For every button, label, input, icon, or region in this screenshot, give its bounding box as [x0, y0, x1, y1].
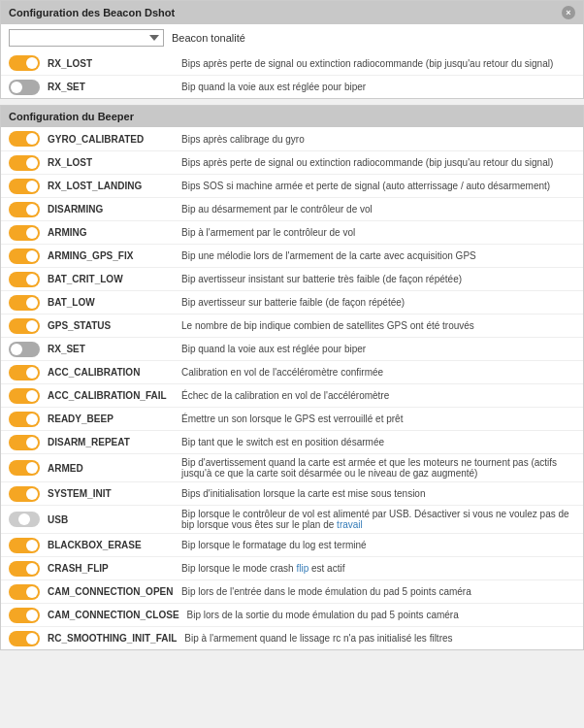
toggle-switch[interactable]	[9, 248, 40, 264]
config-row: ARMEDBip d'avertissement quand la carte …	[1, 453, 583, 481]
toggle-switch[interactable]	[9, 155, 40, 171]
row-desc: Bip avertisseur sur batterie faible (de …	[181, 297, 575, 308]
config-row: CAM_CONNECTION_CLOSEBip lors de la sorti…	[1, 603, 583, 626]
config-row: ACC_CALIBRATION_FAILÉchec de la calibrat…	[1, 383, 583, 407]
toggle-switch[interactable]	[9, 295, 40, 311]
config-row: RX_LOSTBips après perte de signal ou ext…	[1, 150, 583, 174]
config-row: RX_LOST_LANDINGBips SOS si machine armée…	[1, 174, 583, 197]
toggle-switch[interactable]	[9, 460, 40, 476]
row-desc: Bip lorsque le formatage du log est term…	[181, 540, 575, 550]
toggle-switch[interactable]	[9, 55, 40, 71]
toggle-switch[interactable]	[9, 561, 40, 577]
toggle-switch[interactable]	[9, 272, 40, 287]
config-row: USBBip lorsque le contrôleur de vol est …	[1, 505, 583, 533]
row-name: ARMING_GPS_FIX	[48, 250, 174, 261]
toggle-switch[interactable]	[9, 412, 40, 427]
toggle-switch[interactable]	[9, 342, 40, 357]
beacon-dshot-section: Configuration des Beacon Dshot × Beacon …	[0, 0, 584, 99]
config-row: RX_LOSTBips après perte de signal ou ext…	[1, 51, 583, 75]
toggle-switch[interactable]	[9, 131, 40, 147]
row-name: BAT_CRIT_LOW	[48, 274, 174, 284]
row-name: ARMING	[48, 227, 174, 238]
toggle-switch[interactable]	[9, 512, 40, 527]
row-desc: Bip lors de la sortie du mode émulation …	[187, 610, 575, 620]
row-desc: Bips après perte de signal ou extinction…	[181, 58, 575, 69]
config-row: RX_SETBip quand la voie aux est réglée p…	[1, 337, 583, 360]
row-name: BAT_LOW	[48, 297, 174, 308]
row-desc: Émettre un son lorsque le GPS est verrou…	[181, 414, 575, 424]
toggle-switch[interactable]	[9, 631, 40, 646]
toggle-switch[interactable]	[9, 608, 40, 623]
row-name: BLACKBOX_ERASE	[48, 540, 174, 550]
row-desc: Bip au désarmement par le contrôleur de …	[181, 204, 575, 215]
config-row: READY_BEEPÉmettre un son lorsque le GPS …	[1, 407, 583, 430]
config-row: BLACKBOX_ERASEBip lorsque le formatage d…	[1, 533, 583, 556]
toggle-switch[interactable]	[9, 365, 40, 381]
beeper-header: Configuration du Beeper	[1, 106, 583, 127]
row-name: DISARMING	[48, 204, 174, 215]
row-name: CAM_CONNECTION_OPEN	[48, 586, 174, 597]
config-row: DISARMINGBip au désarmement par le contr…	[1, 197, 583, 220]
row-name: GPS_STATUS	[48, 320, 174, 331]
toggle-switch[interactable]	[9, 486, 40, 502]
toggle-switch[interactable]	[9, 318, 40, 334]
row-name: ACC_CALIBRATION	[48, 367, 174, 378]
toggle-switch[interactable]	[9, 80, 40, 95]
row-name: DISARM_REPEAT	[48, 437, 174, 447]
toggle-switch[interactable]	[9, 388, 40, 404]
config-row: DISARM_REPEATBip tant que le switch est …	[1, 430, 583, 453]
toggle-switch[interactable]	[9, 179, 40, 194]
config-row: RC_SMOOTHING_INIT_FAILBip à l'armement q…	[1, 626, 583, 649]
toggle-switch[interactable]	[9, 435, 40, 450]
row-desc: Calibration en vol de l'accéléromètre co…	[181, 367, 575, 378]
row-desc: Bip lorsque le contrôleur de vol est ali…	[181, 509, 575, 530]
config-row: GYRO_CALIBRATEDBips après calibrage du g…	[1, 127, 583, 150]
row-desc: Bip quand la voie aux est réglée pour bi…	[181, 82, 575, 92]
row-desc: Bip à l'armement par le contrôleur de vo…	[181, 227, 575, 238]
row-desc: Échec de la calibration en vol de l'accé…	[181, 390, 575, 401]
row-name: RC_SMOOTHING_INIT_FAIL	[48, 633, 177, 644]
beacon-rows: RX_LOSTBips après perte de signal ou ext…	[1, 51, 583, 98]
toggle-switch[interactable]	[9, 584, 40, 600]
row-name: RX_LOST_LANDING	[48, 181, 174, 191]
beacon-dshot-header: Configuration des Beacon Dshot ×	[1, 1, 583, 24]
beeper-rows: GYRO_CALIBRATEDBips après calibrage du g…	[1, 127, 583, 649]
beeper-section: Configuration du Beeper GYRO_CALIBRATEDB…	[0, 105, 584, 650]
config-row: ACC_CALIBRATIONCalibration en vol de l'a…	[1, 360, 583, 383]
row-name: READY_BEEP	[48, 414, 174, 424]
row-desc: Bip à l'armement quand le lissage rc n'a…	[184, 633, 575, 644]
toggle-switch[interactable]	[9, 225, 40, 241]
flip-link[interactable]: flip	[296, 563, 308, 574]
beacon-dshot-title: Configuration des Beacon Dshot	[9, 7, 175, 18]
beeper-title: Configuration du Beeper	[9, 111, 134, 122]
beacon-select-row: Beacon tonalité	[1, 24, 583, 51]
row-desc: Bip une mélodie lors de l'armement de la…	[181, 250, 575, 261]
row-name: USB	[48, 514, 174, 525]
config-row: CRASH_FLIPBip lorsque le mode crash flip…	[1, 556, 583, 579]
row-desc: Bips après calibrage du gyro	[181, 134, 575, 145]
row-desc: Le nombre de bip indique combien de sate…	[181, 320, 575, 331]
row-name: GYRO_CALIBRATED	[48, 134, 174, 145]
row-desc: Bip quand la voie aux est réglée pour bi…	[181, 344, 575, 354]
row-desc: Bips d'initialisation lorsque la carte e…	[181, 488, 575, 499]
row-desc: Bips après perte de signal ou extinction…	[181, 157, 575, 168]
row-name: RX_SET	[48, 82, 174, 92]
row-name: SYSTEM_INIT	[48, 488, 174, 499]
row-name: RX_LOST	[48, 157, 174, 168]
config-row: CAM_CONNECTION_OPENBip lors de l'entrée …	[1, 579, 583, 603]
row-desc: Bip lorsque le mode crash flip est actif	[181, 563, 575, 574]
config-row: ARMINGBip à l'armement par le contrôleur…	[1, 220, 583, 244]
close-button[interactable]: ×	[562, 6, 575, 19]
config-row: ARMING_GPS_FIXBip une mélodie lors de l'…	[1, 244, 583, 267]
row-name: RX_LOST	[48, 58, 174, 69]
toggle-switch[interactable]	[9, 538, 40, 553]
config-row: RX_SETBip quand la voie aux est réglée p…	[1, 75, 583, 98]
row-desc: Bip d'avertissement quand la carte est a…	[181, 457, 575, 479]
config-row: GPS_STATUSLe nombre de bip indique combi…	[1, 314, 583, 337]
beacon-select[interactable]	[9, 29, 164, 47]
toggle-switch[interactable]	[9, 202, 40, 217]
row-desc: Bips SOS si machine armée et perte de si…	[181, 181, 575, 191]
travail-link[interactable]: travail	[337, 519, 363, 530]
row-name: ARMED	[48, 463, 174, 474]
row-name: RX_SET	[48, 344, 174, 354]
